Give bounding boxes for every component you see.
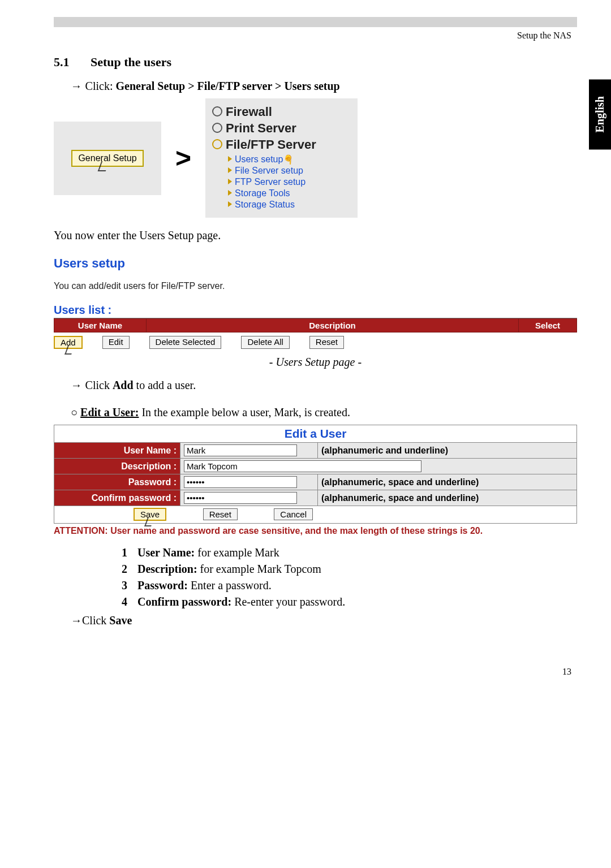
edit-user-heading: Edit a User	[54, 425, 577, 442]
menu-label: Print Server	[226, 121, 296, 135]
text: Click	[85, 379, 113, 391]
col-user-name: User Name	[54, 319, 147, 332]
row-confirm-password: Confirm password : •••••• (alphanumeric,…	[54, 490, 577, 506]
text: to add a user.	[134, 379, 196, 391]
user-name-field[interactable]: Mark	[184, 444, 297, 456]
cell-input: ••••••	[180, 474, 318, 490]
hint-confirm-password: (alphanumeric, space and underline)	[318, 490, 577, 506]
menu-item-print-server[interactable]: Print Server	[212, 121, 351, 136]
section-title: 5.1Setup the users	[54, 55, 577, 70]
reset-edit-button[interactable]: Reset	[203, 508, 238, 520]
add-line: → Click Add to add a user.	[71, 379, 577, 392]
after-nav-text: You now enter the Users Setup page.	[54, 229, 577, 242]
submenu-file-server-setup[interactable]: File Server setup	[228, 166, 351, 176]
edit-user-title: Edit a User:	[80, 406, 139, 418]
list-item: 3Password: Enter a password.	[122, 579, 577, 592]
col-select: Select	[519, 319, 577, 332]
page-number: 13	[54, 667, 577, 677]
item-number: 3	[122, 579, 137, 592]
text: Click	[82, 614, 109, 627]
list-item: 4Confirm password: Re-enter your passwor…	[122, 595, 577, 608]
field-list: 1User Name: for example Mark 2Descriptio…	[122, 546, 577, 608]
header-text: Setup the NAS	[54, 31, 577, 41]
intro-prefix: Click:	[85, 80, 116, 92]
edit-user-block: Edit a User User Name : Mark (alphanumer…	[54, 425, 577, 536]
submenu-storage-status[interactable]: Storage Status	[228, 200, 351, 210]
users-table: User Name Description Select	[54, 318, 577, 332]
delete-all-button[interactable]: Delete All	[241, 336, 289, 349]
item-text: Re-enter your password.	[231, 595, 345, 608]
ring-icon	[212, 139, 222, 149]
submenu-storage-tools[interactable]: Storage Tools	[228, 188, 351, 198]
arrow-gt: >	[175, 142, 191, 174]
triangle-icon	[228, 167, 232, 173]
submenu-ftp-server-setup[interactable]: FTP Server setup	[228, 177, 351, 187]
caption-users-setup: - Users Setup page -	[54, 356, 577, 369]
confirm-password-field[interactable]: ••••••	[184, 492, 297, 504]
users-list-heading: Users list :	[54, 304, 577, 318]
submenu-label: Storage Tools	[235, 188, 290, 198]
submenu-users-setup[interactable]: Users setup	[228, 154, 351, 165]
triangle-icon	[228, 190, 232, 196]
password-field[interactable]: ••••••	[184, 476, 297, 488]
menu-item-file-ftp-server[interactable]: File/FTP Server	[212, 137, 351, 152]
edit-user-table: User Name : Mark (alphanumeric and under…	[54, 442, 577, 506]
section-heading: Setup the users	[91, 55, 171, 69]
top-bar	[54, 17, 577, 27]
cell-input: Mark Topcom	[180, 459, 577, 474]
item-number: 2	[122, 563, 137, 576]
intro-line: → Click: General Setup > File/FTP server…	[71, 80, 577, 93]
edit-action-row: Save Reset Cancel	[54, 506, 577, 524]
item-label: Confirm password:	[137, 595, 231, 608]
item-label: Description:	[137, 563, 197, 575]
save-button[interactable]: Save	[134, 508, 166, 521]
users-panel: Users setup You can add/edit users for F…	[54, 256, 577, 349]
nav-screenshot: General Setup > Firewall Print Server Fi…	[54, 98, 577, 218]
item-text: for example Mark	[195, 546, 279, 559]
item-number: 1	[122, 546, 137, 559]
text: In the example below a user, Mark, is cr…	[139, 406, 350, 418]
description-field[interactable]: Mark Topcom	[184, 460, 421, 472]
users-setup-desc: You can add/edit users for File/FTP serv…	[54, 281, 577, 291]
hint-password: (alphanumeric, space and underline)	[318, 474, 577, 490]
reset-button[interactable]: Reset	[309, 336, 344, 349]
general-setup-panel: General Setup	[54, 122, 161, 195]
submenu-label: Storage Status	[235, 200, 295, 209]
label-description: Description :	[54, 459, 180, 474]
ring-icon	[212, 123, 222, 133]
item-text: for example Mark Topcom	[197, 563, 321, 575]
general-setup-button[interactable]: General Setup	[71, 150, 143, 167]
menu-item-firewall[interactable]: Firewall	[212, 105, 351, 119]
item-number: 4	[122, 595, 137, 608]
item-label: Password:	[137, 579, 188, 591]
triangle-icon	[228, 179, 232, 184]
label-password: Password :	[54, 474, 180, 490]
submenu: Users setup File Server setup FTP Server…	[228, 154, 351, 210]
cell-input: ••••••	[180, 490, 318, 506]
add-bold: Add	[113, 379, 134, 391]
language-tab: English	[589, 79, 611, 149]
add-button[interactable]: Add	[54, 336, 83, 349]
label-confirm-password: Confirm password :	[54, 490, 180, 506]
item-text: Enter a password.	[188, 579, 272, 591]
triangle-icon	[228, 156, 232, 162]
submenu-label: Users setup	[235, 154, 283, 164]
cancel-button[interactable]: Cancel	[274, 508, 313, 520]
menu-panel: Firewall Print Server File/FTP Server Us…	[205, 98, 358, 218]
section-number: 5.1	[54, 55, 91, 70]
ring-icon	[212, 106, 222, 116]
hint-user-name: (alphanumeric and underline)	[318, 443, 577, 459]
label-user-name: User Name :	[54, 443, 180, 459]
users-setup-heading: Users setup	[54, 256, 577, 271]
menu-label: File/FTP Server	[226, 137, 316, 152]
list-item: 1User Name: for example Mark	[122, 546, 577, 559]
delete-selected-button[interactable]: Delete Selected	[149, 336, 222, 349]
edit-user-line: ○ Edit a User: In the example below a us…	[71, 406, 577, 419]
save-bold: Save	[109, 614, 132, 627]
submenu-label: FTP Server setup	[235, 177, 306, 187]
edit-button[interactable]: Edit	[102, 336, 130, 349]
users-button-row: Add Edit Delete Selected Delete All Rese…	[54, 336, 577, 349]
row-description: Description : Mark Topcom	[54, 459, 577, 474]
list-item: 2Description: for example Mark Topcom	[122, 563, 577, 576]
attention-text: ATTENTION: User name and password are ca…	[54, 526, 577, 536]
